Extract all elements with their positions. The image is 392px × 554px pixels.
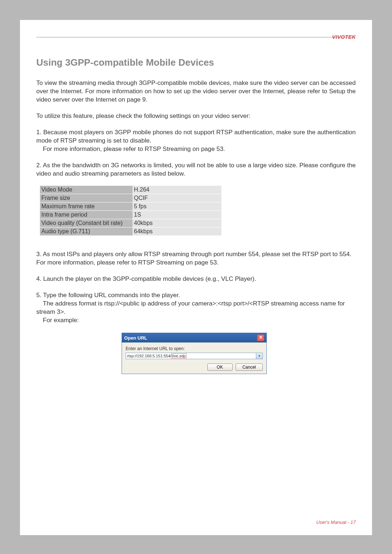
table-value: 5 fps [132, 202, 221, 211]
close-icon[interactable]: ✕ [257, 335, 264, 341]
header-divider [36, 37, 356, 37]
dialog-body: Enter an Internet URL to open: rtsp://19… [122, 342, 266, 374]
dialog-label: Enter an Internet URL to open: [126, 346, 263, 351]
intro-paragraph-2: To utilize this feature, please check th… [36, 112, 356, 120]
list-item-5-line3: For example: [36, 317, 79, 324]
footer-page-number: User's Manual - 17 [316, 520, 356, 525]
table-label: Video quality (Constant bit rate) [40, 219, 132, 227]
intro-paragraph-1: To view the streaming media through 3GPP… [36, 79, 356, 104]
dropdown-arrow-icon[interactable]: ▼ [256, 353, 263, 359]
table-label: Frame size [40, 194, 132, 202]
list-item-2-text: 2. As the the bandwidth on 3G networks i… [36, 162, 356, 177]
open-url-dialog: Open URL ✕ Enter an Internet URL to open… [122, 333, 267, 374]
ok-button[interactable]: OK [207, 364, 233, 371]
table-row: Intra frame period 1S [40, 211, 221, 219]
url-input-row: rtsp://192.168.5.151:554/live.sdp ▼ [126, 353, 263, 359]
settings-table: Video Mode H.264 Frame size QCIF Maximum… [40, 186, 221, 236]
list-item-5: 5. Type the following URL commands into … [36, 291, 356, 325]
list-item-1: 1. Because most players on 3GPP mobile p… [36, 128, 356, 153]
list-item-1-note: For more information, please refer to RT… [36, 145, 225, 152]
table-row: Audio type (G.711) 64kbps [40, 227, 221, 236]
table-row: Video quality (Constant bit rate) 40kbps [40, 219, 221, 227]
list-item-1-text: 1. Because most players on 3GPP mobile p… [36, 129, 356, 144]
table-label: Intra frame period [40, 211, 132, 219]
page-title: Using 3GPP-compatible Mobile Devices [36, 57, 356, 68]
url-input[interactable]: rtsp://192.168.5.151:554/live.sdp [126, 353, 256, 359]
url-highlight: live.sdp [171, 353, 186, 358]
url-prefix: rtsp://192.168.5.151:554/ [127, 354, 171, 358]
list-item-5-line1: 5. Type the following URL commands into … [36, 292, 180, 299]
table-row: Frame size QCIF [40, 194, 221, 202]
list-item-2: 2. As the the bandwidth on 3G networks i… [36, 161, 356, 178]
table-value: H.264 [132, 186, 221, 194]
table-label: Video Mode [40, 186, 132, 194]
table-label: Maximum frame rate [40, 202, 132, 211]
table-row: Video Mode H.264 [40, 186, 221, 194]
list-item-5-line2: The address format is rtsp://<public ip … [36, 300, 345, 315]
dialog-example: Open URL ✕ Enter an Internet URL to open… [122, 333, 356, 374]
page: VIVOTEK Using 3GPP-compatible Mobile Dev… [20, 20, 372, 535]
table-value: QCIF [132, 194, 221, 202]
cancel-button[interactable]: Cancel [236, 364, 263, 371]
dialog-titlebar: Open URL ✕ [122, 333, 266, 342]
list-item-4: 4. Launch the player on the 3GPP-compati… [36, 275, 356, 283]
table-value: 40kbps [132, 219, 221, 227]
dialog-buttons: OK Cancel [126, 364, 263, 371]
header: VIVOTEK [36, 37, 356, 48]
table-label: Audio type (G.711) [40, 227, 132, 236]
brand-label: VIVOTEK [332, 34, 356, 40]
table-value: 1S [132, 211, 221, 219]
table-row: Maximum frame rate 5 fps [40, 202, 221, 211]
dialog-title: Open URL [124, 335, 147, 341]
list-item-3: 3. As most ISPs and players only allow R… [36, 250, 356, 267]
table-value: 64kbps [132, 227, 221, 236]
